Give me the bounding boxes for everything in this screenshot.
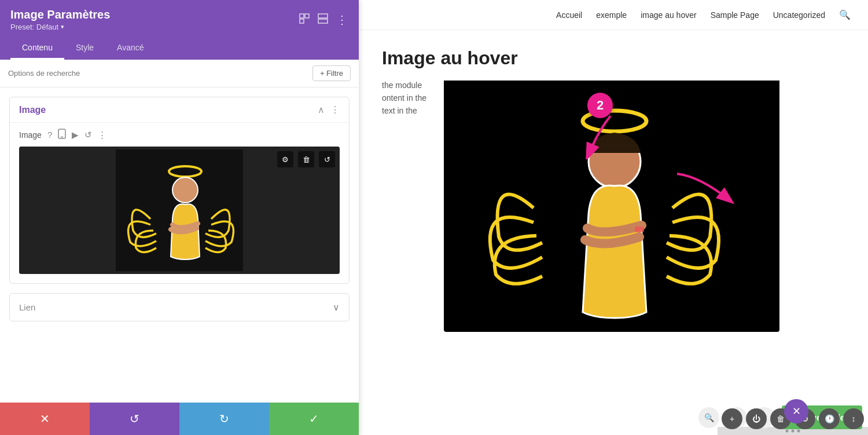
section-header: Image ∧ ⋮: [10, 97, 349, 123]
top-nav: Accueil exemple image au hover Sample Pa…: [359, 0, 868, 30]
panel-content: Image ∧ ⋮ Image ? ▶ ↺ ⋮: [0, 87, 359, 403]
tab-contenu[interactable]: Contenu: [10, 37, 64, 60]
svg-rect-0: [300, 14, 304, 18]
tab-avance[interactable]: Avancé: [105, 37, 155, 60]
svg-rect-2: [300, 19, 304, 23]
options-icon[interactable]: ⋮: [98, 130, 106, 140]
main-angel-svg: [444, 81, 779, 330]
nav-search-icon[interactable]: 🔍: [839, 9, 851, 20]
filter-button[interactable]: + Filtre: [312, 65, 351, 81]
svg-rect-4: [318, 19, 328, 23]
nav-link-uncategorized[interactable]: Uncategorized: [773, 10, 825, 20]
nav-link-accueil[interactable]: Accueil: [556, 10, 582, 20]
image-preview-container: ⚙ 🗑 ↺: [19, 147, 340, 274]
collapse-icon[interactable]: ∧: [318, 104, 325, 115]
panel-header: Image Paramètres Preset: Défaut ▾ ⋮: [0, 0, 359, 60]
search-input[interactable]: [8, 69, 312, 78]
nav-link-hover[interactable]: image au hover: [641, 10, 697, 20]
lien-section: Lien ∨: [9, 293, 350, 321]
search-bar: + Filtre: [0, 60, 359, 87]
search-bottom-btn[interactable]: 🔍: [698, 407, 719, 428]
drag-handle-icon: [784, 429, 801, 433]
svg-point-17: [792, 430, 795, 433]
float-add-btn[interactable]: +: [722, 408, 742, 429]
svg-point-18: [797, 430, 800, 433]
svg-point-9: [172, 177, 198, 203]
text-line-2: ontent in the: [382, 93, 426, 103]
section-title: Image: [19, 105, 46, 115]
svg-rect-3: [318, 14, 328, 18]
panel-title: Image Paramètres: [10, 8, 110, 21]
bottom-toolbar: ✕ ↺ ↻ ✓: [0, 403, 359, 435]
section-menu-icon[interactable]: ⋮: [330, 104, 340, 115]
image-controls: Image ? ▶ ↺ ⋮: [10, 123, 349, 147]
page-content: Image au hover the module ontent in the …: [359, 30, 868, 349]
nav-link-exemple[interactable]: exemple: [596, 10, 627, 20]
close-float-button[interactable]: ✕: [784, 399, 808, 423]
help-icon[interactable]: ?: [47, 130, 52, 140]
lien-title: Lien: [19, 302, 35, 312]
float-power-btn[interactable]: ⏻: [746, 408, 767, 429]
reset-tool-btn[interactable]: ↺: [319, 151, 335, 167]
float-history-btn[interactable]: 🕐: [819, 408, 840, 429]
svg-point-16: [786, 430, 789, 433]
resize-icon[interactable]: [299, 13, 310, 26]
text-line-3: text in the: [382, 106, 426, 115]
main-image: [444, 81, 779, 332]
section-header-right: ∧ ⋮: [318, 104, 340, 115]
cancel-button[interactable]: ✕: [0, 403, 90, 435]
cursor-icon[interactable]: ▶: [72, 130, 79, 140]
reset-icon[interactable]: ↺: [84, 130, 92, 140]
angel-preview-svg: [104, 149, 255, 271]
panel-subtitle[interactable]: Preset: Défaut ▾: [10, 23, 110, 31]
mobile-icon[interactable]: [58, 129, 66, 141]
delete-tool-btn[interactable]: 🗑: [298, 151, 314, 167]
svg-rect-1: [305, 14, 309, 18]
image-section: Image ∧ ⋮ Image ? ▶ ↺ ⋮: [9, 97, 350, 284]
tab-style[interactable]: Style: [64, 37, 105, 60]
right-content: Accueil exemple image au hover Sample Pa…: [359, 0, 868, 435]
nav-link-sample[interactable]: Sample Page: [711, 10, 759, 20]
page-title: Image au hover: [382, 47, 845, 69]
text-line-1: the module: [382, 81, 426, 90]
more-icon[interactable]: ⋮: [336, 13, 348, 27]
lien-chevron-icon: ∨: [333, 302, 340, 313]
svg-rect-13: [635, 226, 644, 232]
settings-tool-btn[interactable]: ⚙: [277, 151, 293, 167]
panel-header-icons: ⋮: [299, 13, 348, 27]
float-resize-btn[interactable]: ↕: [843, 408, 864, 429]
confirm-button[interactable]: ✓: [269, 403, 359, 435]
redo-button[interactable]: ↻: [179, 403, 269, 435]
preview-toolbar: ⚙ 🗑 ↺: [277, 151, 335, 167]
undo-button[interactable]: ↺: [90, 403, 179, 435]
panel-tabs: Contenu Style Avancé: [10, 37, 348, 60]
lien-header[interactable]: Lien ∨: [10, 294, 349, 321]
settings-panel: Image Paramètres Preset: Défaut ▾ ⋮: [0, 0, 359, 435]
image-label: Image: [19, 130, 42, 140]
layout-icon[interactable]: [318, 13, 328, 26]
text-content: the module ontent in the text in the: [382, 81, 426, 119]
content-area: the module ontent in the text in the: [382, 81, 845, 332]
